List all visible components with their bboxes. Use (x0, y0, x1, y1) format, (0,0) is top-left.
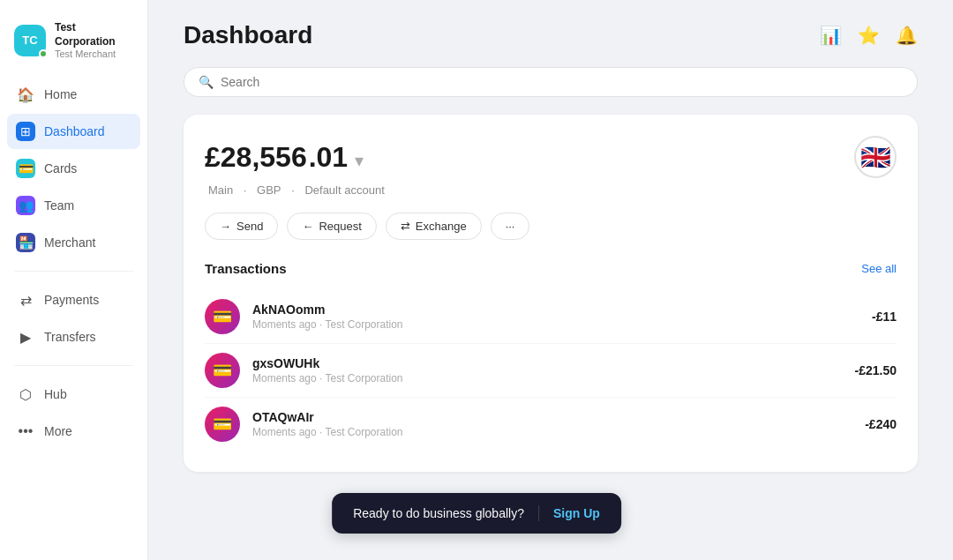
transaction-avatar: 💳 (205, 353, 240, 388)
transaction-name: AkNAOomm (252, 302, 859, 317)
main-header: Dashboard 📊 ⭐ 🔔 (184, 21, 918, 49)
team-icon: 👥 (16, 196, 35, 215)
transaction-info: OTAQwAIr Moments ago · Test Corporation (252, 410, 852, 438)
notifications-icon[interactable]: 🔔 (896, 25, 918, 46)
favorites-icon[interactable]: ⭐ (858, 25, 880, 46)
transactions-title: Transactions (205, 261, 287, 276)
transaction-amount: -£240 (865, 417, 897, 431)
search-bar: 🔍 (184, 67, 918, 97)
banner-divider (538, 505, 539, 521)
cards-icon: 💳 (16, 159, 35, 178)
transaction-amount: -£21.50 (855, 363, 897, 377)
brand-header: TC Test Corporation Test Merchant (0, 14, 147, 77)
more-icon: ••• (16, 422, 35, 441)
sidebar-item-dashboard[interactable]: ⊞ Dashboard (7, 114, 140, 149)
sidebar-item-label: Merchant (44, 235, 95, 250)
exchange-button[interactable]: ⇄ Exchange (386, 213, 482, 240)
sidebar-item-label: Dashboard (44, 124, 105, 138)
online-dot (39, 49, 48, 58)
sidebar-item-label: Transfers (44, 330, 96, 344)
brand-merchant: Test Merchant (55, 49, 133, 59)
sidebar-item-transfers[interactable]: ▶ Transfers (7, 319, 140, 355)
transaction-name: OTAQwAIr (252, 410, 852, 424)
more-actions-button[interactable]: ··· (491, 213, 530, 240)
sidebar-item-label: More (44, 424, 72, 438)
currency-flag: 🇬🇧 (854, 136, 897, 178)
sidebar-item-hub[interactable]: ⬡ Hub (7, 377, 140, 412)
see-all-link[interactable]: See all (861, 262, 897, 275)
sidebar-divider-2 (14, 365, 133, 366)
sidebar-divider-1 (14, 271, 133, 272)
transfers-icon: ▶ (16, 327, 35, 347)
transaction-info: gxsOWUHk Moments ago · Test Corporation (252, 356, 843, 385)
balance-display: £28,556 .01 ▾ (205, 141, 364, 174)
transaction-avatar: 💳 (205, 299, 240, 334)
transaction-item[interactable]: 💳 AkNAOomm Moments ago · Test Corporatio… (205, 290, 897, 343)
request-label: Request (319, 220, 361, 233)
sidebar: TC Test Corporation Test Merchant 🏠 Home… (0, 0, 148, 560)
sidebar-item-label: Home (44, 87, 77, 101)
transaction-amount: -£11 (872, 310, 897, 324)
search-icon: 🔍 (199, 75, 214, 89)
brand-text: Test Corporation Test Merchant (55, 21, 133, 59)
brand-name: Test Corporation (55, 21, 133, 49)
page-title: Dashboard (184, 21, 312, 49)
exchange-icon: ⇄ (401, 220, 410, 233)
search-input[interactable] (221, 75, 903, 89)
sidebar-item-label: Team (44, 198, 74, 213)
account-type: Default account (304, 183, 384, 197)
sidebar-item-more[interactable]: ••• More (7, 414, 140, 449)
balance-decimal: .01 (309, 141, 348, 174)
banner-text: Ready to do business globally? (353, 506, 524, 520)
send-button[interactable]: → Send (205, 213, 278, 240)
transaction-meta: Moments ago · Test Corporation (252, 426, 852, 438)
dashboard-icon: ⊞ (16, 122, 35, 141)
sidebar-item-label: Payments (44, 293, 99, 307)
analytics-icon[interactable]: 📊 (820, 25, 842, 46)
nav-tertiary: ⬡ Hub ••• More (0, 377, 147, 449)
account-name: Main (208, 183, 233, 197)
sidebar-item-merchant[interactable]: 🏪 Merchant (7, 225, 140, 260)
account-separator2: · (291, 183, 295, 197)
sidebar-item-cards[interactable]: 💳 Cards (7, 151, 140, 186)
transaction-list: 💳 AkNAOomm Moments ago · Test Corporatio… (205, 290, 897, 451)
request-button[interactable]: ← Request (287, 213, 376, 240)
payments-icon: ⇄ (16, 290, 35, 310)
account-currency: GBP (257, 183, 281, 197)
nav-secondary: ⇄ Payments ▶ Transfers (0, 282, 147, 355)
header-icons: 📊 ⭐ 🔔 (820, 25, 918, 46)
brand-avatar: TC (14, 25, 46, 56)
transaction-meta: Moments ago · Test Corporation (252, 372, 843, 385)
hub-icon: ⬡ (16, 385, 35, 404)
sidebar-item-home[interactable]: 🏠 Home (7, 77, 140, 112)
bottom-banner: Ready to do business globally? Sign Up (332, 493, 621, 534)
transaction-meta: Moments ago · Test Corporation (252, 318, 859, 331)
nav-primary: 🏠 Home ⊞ Dashboard 💳 Cards 👥 Team 🏪 Merc… (0, 77, 147, 260)
account-separator: · (244, 183, 247, 197)
balance-card: £28,556 .01 ▾ 🇬🇧 Main · GBP · Default ac… (184, 115, 918, 472)
transaction-info: AkNAOomm Moments ago · Test Corporation (252, 302, 859, 331)
home-icon: 🏠 (16, 85, 35, 104)
sidebar-item-label: Hub (44, 387, 67, 401)
account-info: Main · GBP · Default account (205, 183, 897, 197)
transactions-header: Transactions See all (205, 261, 897, 276)
transaction-name: gxsOWUHk (252, 356, 843, 370)
exchange-label: Exchange (416, 220, 467, 233)
balance-dropdown-icon[interactable]: ▾ (355, 150, 364, 171)
transaction-avatar: 💳 (205, 407, 240, 442)
transaction-item[interactable]: 💳 OTAQwAIr Moments ago · Test Corporatio… (205, 397, 897, 451)
main-content: Dashboard 📊 ⭐ 🔔 🔍 £28,556 .01 ▾ 🇬🇧 Main … (148, 0, 953, 560)
sign-up-button[interactable]: Sign Up (553, 506, 600, 520)
merchant-icon: 🏪 (16, 233, 35, 252)
balance-integer: £28,556 (205, 141, 307, 174)
request-icon: ← (302, 220, 313, 233)
send-icon: → (220, 220, 231, 233)
transaction-item[interactable]: 💳 gxsOWUHk Moments ago · Test Corporatio… (205, 343, 897, 397)
balance-row: £28,556 .01 ▾ 🇬🇧 (205, 136, 897, 178)
sidebar-item-label: Cards (44, 161, 77, 175)
action-buttons: → Send ← Request ⇄ Exchange ··· (205, 213, 897, 240)
sidebar-item-team[interactable]: 👥 Team (7, 188, 140, 223)
sidebar-item-payments[interactable]: ⇄ Payments (7, 282, 140, 317)
send-label: Send (236, 220, 263, 233)
more-actions-label: ··· (506, 220, 515, 233)
